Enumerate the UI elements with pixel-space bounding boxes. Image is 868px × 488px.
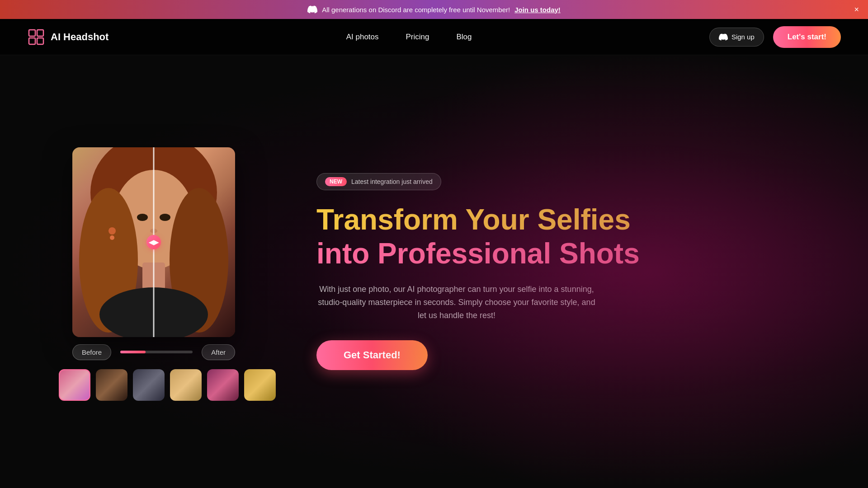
hero-title-line2: into Professional Shots [316,238,814,269]
thumbnails-row [59,369,249,401]
banner-text: All generations on Discord are completel… [322,6,510,14]
labels-row: Before After [72,344,235,360]
new-badge-label: NEW [325,177,347,186]
svg-rect-2 [37,30,43,36]
thumbnail-3[interactable] [133,369,165,401]
hero-title: Transform Your Selfies into Professional… [316,204,814,283]
svg-rect-1 [29,30,35,36]
woman-photo: ◀▶ [72,147,235,337]
get-started-button[interactable]: Get Started! [316,340,428,370]
before-after-container: ◀▶ [72,147,235,337]
svg-rect-3 [29,38,35,44]
top-banner: All generations on Discord are completel… [0,0,868,19]
thumbnail-1[interactable] [59,369,90,401]
nav-right: Sign up Let's start! [709,26,841,48]
thumbnail-6[interactable] [244,369,276,401]
banner-link[interactable]: Join us today! [514,6,561,14]
hero-description: With just one photo, our AI photographer… [316,283,597,322]
thumbnail-4[interactable] [170,369,202,401]
lets-start-button[interactable]: Let's start! [773,26,841,48]
slider-arrows-icon: ◀▶ [149,239,159,246]
svg-rect-0 [27,28,45,46]
nav-links: AI photos Pricing Blog [346,33,472,42]
signup-label: Sign up [731,33,755,41]
new-badge-text: Latest integration just arrived [351,178,433,185]
banner-content: All generations on Discord are completel… [307,5,561,14]
svg-point-15 [110,235,114,240]
hero-title-line1: Transform Your Selfies [316,204,814,235]
signup-button[interactable]: Sign up [709,28,764,47]
svg-point-14 [108,227,116,235]
banner-close-button[interactable]: × [854,5,859,14]
slider-handle[interactable]: ◀▶ [146,235,161,249]
thumbnail-2[interactable] [96,369,127,401]
discord-icon [307,5,317,14]
svg-rect-4 [37,38,43,44]
hero-left: ◀▶ Before After [0,55,280,488]
slider-bar[interactable] [120,351,193,353]
logo[interactable]: AI Headshot [27,28,108,46]
nav-link-pricing[interactable]: Pricing [406,33,429,42]
slider-fill [120,351,146,353]
before-label: Before [72,344,111,360]
discord-signup-icon [719,33,728,42]
thumbnail-5[interactable] [207,369,239,401]
new-badge: NEW Latest integration just arrived [316,173,441,190]
hero-right: NEW Latest integration just arrived Tran… [280,55,868,488]
hero-section: ◀▶ Before After NEW Latest integration j… [0,55,868,488]
logo-text: AI Headshot [51,31,108,43]
svg-point-12 [160,214,170,221]
after-label: After [202,344,235,360]
navbar: AI Headshot AI photos Pricing Blog Sign … [0,19,868,55]
nav-link-ai-photos[interactable]: AI photos [346,33,379,42]
logo-icon [27,28,45,46]
svg-point-11 [137,214,148,221]
nav-link-blog[interactable]: Blog [457,33,472,42]
